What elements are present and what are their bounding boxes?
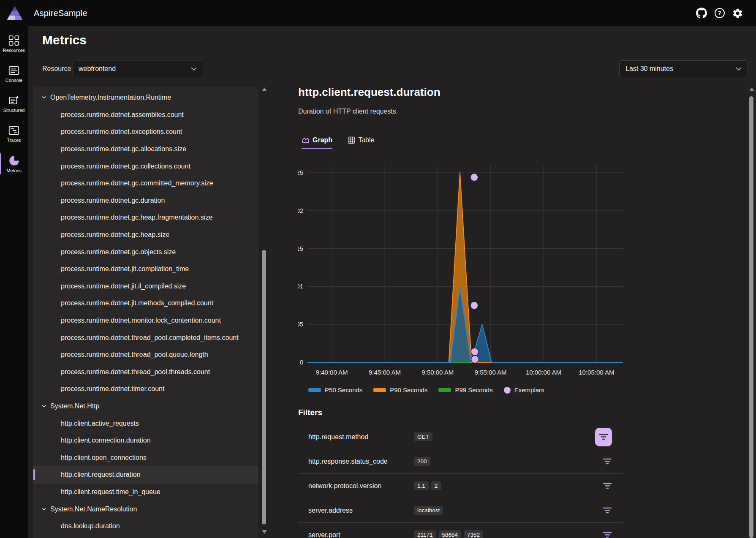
view-tabs: Graph Table — [302, 136, 374, 149]
chevron-down-icon — [191, 67, 197, 71]
settings-gear-icon[interactable] — [732, 8, 743, 19]
x-tick-label: 9:45:00 AM — [369, 369, 401, 376]
tab-table[interactable]: Table — [348, 136, 374, 149]
metric-row[interactable]: process.runtime.dotnet.gc.objects.size — [33, 243, 258, 261]
filter-button[interactable] — [603, 482, 612, 489]
metric-row[interactable]: process.runtime.dotnet.exceptions.count — [33, 123, 258, 141]
metrics-pie-icon — [8, 155, 20, 166]
exemplar-dot[interactable] — [470, 302, 478, 309]
metric-row[interactable]: process.runtime.dotnet.thread_pool.queue… — [33, 346, 258, 364]
filter-row: server.port21171586847352 — [298, 523, 623, 538]
y-tick-label: 0 — [300, 359, 303, 366]
legend-item[interactable]: Exemplars — [504, 386, 544, 394]
sidebar-item-traces[interactable]: Traces — [0, 122, 28, 146]
time-range-value: Last 30 minutes — [625, 65, 673, 73]
filter-value-badge: 7352 — [464, 530, 483, 538]
metric-row-selected[interactable]: http.client.request.duration — [33, 466, 258, 484]
metric-row[interactable]: process.runtime.dotnet.thread_pool.compl… — [33, 329, 258, 346]
metric-row[interactable]: http.client.request.time_in_queue — [33, 484, 258, 501]
sidebar-item-console[interactable]: Console — [0, 62, 28, 86]
sidebar-item-metrics[interactable]: Metrics — [0, 152, 28, 176]
filter-value-badge: 1.1 — [414, 481, 429, 490]
resource-select-value: webfrontend — [79, 65, 116, 73]
metric-label: process.runtime.dotnet.jit.compilation_t… — [61, 265, 189, 273]
chart-legend: P50 SecondsP90 SecondsP99 SecondsExempla… — [308, 386, 544, 394]
metric-row[interactable]: process.runtime.dotnet.gc.heap.size — [33, 226, 258, 244]
detail-scrollbar-thumb[interactable] — [749, 96, 753, 538]
filter-row: server.addresslocalhost — [298, 498, 623, 523]
metric-namespace-row[interactable]: OpenTelemetry.Instrumentation.Runtime — [33, 89, 258, 106]
legend-label: P90 Seconds — [390, 386, 427, 394]
metric-label: process.runtime.dotnet.gc.allocations.si… — [61, 145, 186, 153]
metric-chart: 9:40:00 AM9:45:00 AM9:50:00 AM9:55:00 AM… — [298, 163, 629, 386]
filter-button[interactable] — [603, 531, 612, 538]
tab-graph[interactable]: Graph — [302, 136, 332, 149]
filter-funnel-icon — [599, 433, 608, 440]
metric-row[interactable]: process.runtime.dotnet.assemblies.count — [33, 106, 258, 124]
metric-label: process.runtime.dotnet.gc.collections.co… — [61, 163, 190, 170]
detail-scrollbar[interactable] — [749, 87, 754, 538]
metric-row[interactable]: process.runtime.dotnet.jit.compilation_t… — [33, 261, 258, 278]
metric-row[interactable]: http.client.open_connections — [33, 449, 258, 466]
metric-row[interactable]: process.runtime.dotnet.gc.allocations.si… — [33, 141, 258, 158]
top-bar: AspireSample ? — [0, 0, 756, 26]
filters-table: http.request.methodGEThttp.response.stat… — [298, 425, 623, 538]
metric-namespace-row[interactable]: System.Net.NameResolution — [33, 500, 258, 518]
metric-row[interactable]: process.runtime.dotnet.gc.committed_memo… — [33, 175, 258, 192]
legend-label: P99 Seconds — [455, 386, 492, 394]
filter-button[interactable] — [603, 458, 612, 465]
filter-button[interactable] — [603, 507, 612, 514]
sidebar-item-structured[interactable]: Structured — [0, 92, 28, 116]
metric-row[interactable]: process.runtime.dotnet.jit.il_compiled.s… — [33, 278, 258, 295]
metric-row[interactable]: process.runtime.dotnet.jit.methods_compi… — [33, 295, 258, 312]
metric-row[interactable]: process.runtime.dotnet.gc.heap.fragmenta… — [33, 209, 258, 226]
filter-value-badge: localhost — [414, 506, 443, 515]
metric-label: http.client.open_connections — [61, 454, 147, 462]
metric-label: http.client.request.duration — [61, 471, 141, 478]
resource-select[interactable]: webfrontend — [72, 60, 203, 77]
exemplar-dot[interactable] — [470, 174, 478, 181]
legend-item[interactable]: P90 Seconds — [373, 386, 427, 394]
scroll-up-arrow[interactable] — [749, 87, 754, 91]
sidebar-item-label: Traces — [7, 138, 21, 143]
resource-label: Resource — [42, 65, 71, 73]
chevron-down-icon — [41, 404, 46, 409]
tab-label: Table — [358, 136, 374, 144]
metric-row[interactable]: process.runtime.dotnet.thread_pool.threa… — [33, 364, 258, 381]
x-tick-label: 9:55:00 AM — [475, 369, 507, 376]
metric-row[interactable]: http.client.active_requests — [33, 415, 258, 432]
metric-label: process.runtime.dotnet.gc.heap.size — [61, 231, 169, 239]
metric-namespace-row[interactable]: System.Net.Http — [33, 398, 258, 415]
main-panel: Metrics Resource webfrontend Last 30 min… — [28, 26, 756, 538]
metric-row[interactable]: process.runtime.dotnet.gc.duration — [33, 192, 258, 209]
filter-attribute-name: http.response.status_code — [308, 458, 414, 465]
metric-label: process.runtime.dotnet.assemblies.count — [61, 111, 184, 119]
exemplar-dot[interactable] — [471, 348, 479, 356]
metric-row[interactable]: process.runtime.dotnet.gc.collections.co… — [33, 158, 258, 175]
app-title: AspireSample — [34, 8, 87, 18]
x-tick-label: 10:00:00 AM — [526, 369, 561, 376]
legend-series-swatch — [308, 388, 321, 392]
sidebar-item-resources[interactable]: Resources — [0, 32, 28, 56]
metric-label: process.runtime.dotnet.jit.il_compiled.s… — [61, 283, 186, 290]
exemplar-dot[interactable] — [471, 356, 479, 363]
structured-logs-icon — [8, 95, 19, 106]
metric-row[interactable]: process.runtime.dotnet.timer.count — [33, 380, 258, 398]
y-tick-label: 0.01 — [298, 283, 303, 290]
metric-row[interactable]: http.client.connection.duration — [33, 432, 258, 449]
metric-row[interactable]: dns.lookup.duration — [33, 518, 258, 535]
help-icon[interactable]: ? — [714, 8, 725, 19]
filter-value-badge: 58684 — [439, 530, 462, 538]
legend-item[interactable]: P50 Seconds — [308, 386, 362, 394]
time-range-select[interactable]: Last 30 minutes — [619, 60, 748, 77]
legend-item[interactable]: P99 Seconds — [438, 386, 492, 394]
metric-row[interactable]: process.runtime.dotnet.monitor.lock_cont… — [33, 312, 258, 329]
scroll-down-arrow[interactable] — [262, 530, 267, 534]
legend-series-swatch — [373, 388, 386, 392]
tree-scrollbar[interactable] — [261, 87, 267, 538]
filter-value-badge: 2 — [431, 481, 441, 490]
tree-scrollbar-thumb[interactable] — [262, 250, 266, 524]
filter-button-active[interactable] — [595, 428, 612, 446]
scroll-up-arrow[interactable] — [262, 87, 267, 91]
github-icon[interactable] — [696, 8, 707, 19]
